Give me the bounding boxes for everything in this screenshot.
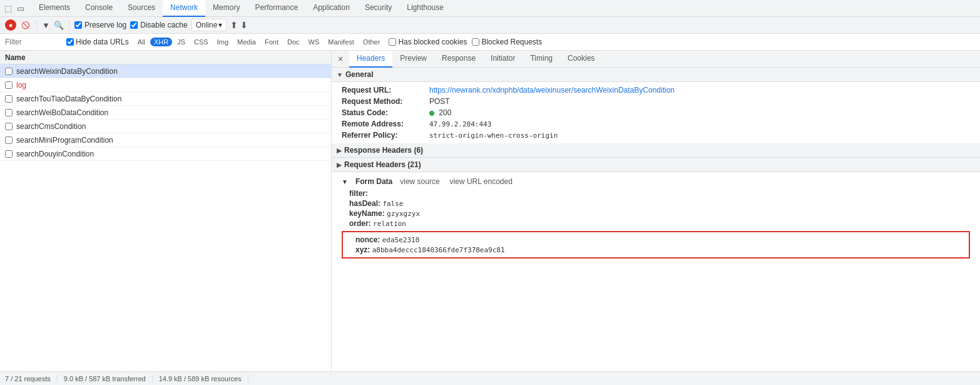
network-throttle-select[interactable]: Online ▾	[191, 19, 227, 31]
filter-tag-doc[interactable]: Doc	[283, 38, 304, 46]
filter-tag-manifest[interactable]: Manifest	[324, 38, 358, 46]
list-item[interactable]: searchCmsCondition	[0, 120, 331, 133]
blocked-requests-checkbox[interactable]	[472, 38, 479, 46]
form-field-nonce: nonce: eda5e2310	[348, 235, 964, 245]
filter-input[interactable]	[5, 38, 61, 46]
general-arrow-icon: ▼	[337, 71, 343, 78]
form-data-header[interactable]: ▼ Form Data view source view URL encoded	[342, 175, 970, 188]
tab-memory[interactable]: Memory	[205, 0, 247, 17]
form-field-keyname: keyName: gzyxgzyx	[342, 208, 970, 218]
status-code-row: Status Code: 200	[342, 107, 970, 118]
request-checkbox[interactable]	[5, 81, 13, 89]
list-item[interactable]: log	[0, 78, 331, 92]
view-url-encoded-link[interactable]: view URL encoded	[450, 177, 513, 186]
preserve-log-checkbox[interactable]	[74, 21, 82, 29]
filter-tag-xhr[interactable]: XHR	[150, 38, 172, 46]
filter-tag-img[interactable]: Img	[213, 38, 232, 46]
tab-console[interactable]: Console	[78, 0, 120, 17]
import-button[interactable]: ⬆	[230, 20, 238, 30]
list-item[interactable]: searchWeixinDataByCondition	[0, 64, 331, 78]
request-headers-section-header[interactable]: ▶ Request Headers (21)	[332, 158, 980, 172]
request-name: searchMiniProgramCondition	[16, 136, 113, 145]
tab-security[interactable]: Security	[357, 0, 399, 17]
filter-tag-all[interactable]: All	[134, 38, 149, 46]
request-name: searchTouTiaoDataByCondition	[16, 95, 121, 103]
has-blocked-cookies-checkbox[interactable]	[389, 38, 396, 46]
disable-cache-checkbox[interactable]	[130, 21, 138, 29]
preserve-log-label[interactable]: Preserve log	[74, 21, 126, 29]
request-name: searchWeixinDataByCondition	[16, 67, 118, 76]
filter-tag-other[interactable]: Other	[359, 38, 384, 46]
list-item[interactable]: searchMiniProgramCondition	[0, 133, 331, 147]
blocked-requests-label[interactable]: Blocked Requests	[472, 38, 542, 46]
request-checkbox[interactable]	[5, 123, 13, 130]
close-detail-button[interactable]: ×	[334, 53, 347, 65]
detail-tab-timing[interactable]: Timing	[523, 51, 560, 68]
detail-tab-cookies[interactable]: Cookies	[560, 51, 602, 68]
filter-icon[interactable]: ▼	[42, 21, 50, 30]
detail-tab-response[interactable]: Response	[434, 51, 483, 68]
detail-tabs: × Headers Preview Response Initiator Tim…	[332, 51, 980, 68]
requests-count: 7 / 21 requests	[5, 375, 58, 382]
response-headers-section-header[interactable]: ▶ Response Headers (6)	[332, 143, 980, 158]
request-checkbox[interactable]	[5, 95, 13, 103]
form-field-keyname-value: gzyxgzyx	[387, 210, 420, 218]
filter-tag-media[interactable]: Media	[233, 38, 260, 46]
network-toolbar: ● 🚫 ▼ 🔍 Preserve log Disable cache Onlin…	[0, 17, 980, 34]
request-method-label: Request Method:	[342, 97, 429, 106]
import-export-buttons: ⬆ ⬇	[230, 20, 248, 30]
filter-tag-ws[interactable]: WS	[305, 38, 324, 46]
request-url-value[interactable]: https://newrank.cn/xdnphb/data/weixinuse…	[429, 86, 675, 95]
request-method-row: Request Method: POST	[342, 96, 970, 107]
hide-data-urls-checkbox[interactable]	[66, 38, 74, 46]
tab-application[interactable]: Application	[305, 0, 357, 17]
list-item[interactable]: searchDouyinCondition	[0, 147, 331, 161]
tab-elements[interactable]: Elements	[31, 0, 78, 17]
clear-button[interactable]: 🚫	[20, 19, 31, 31]
request-checkbox[interactable]	[5, 150, 13, 158]
has-blocked-cookies-label[interactable]: Has blocked cookies	[389, 38, 467, 46]
detail-tab-initiator[interactable]: Initiator	[483, 51, 523, 68]
toolbar-divider-2	[69, 20, 69, 30]
device-icon[interactable]: ▭	[15, 3, 26, 14]
filter-tag-js[interactable]: JS	[173, 38, 189, 46]
form-field-hasdeal: hasDeal: false	[342, 198, 970, 208]
detail-tab-headers[interactable]: Headers	[349, 51, 392, 68]
request-name: searchWeiBoDataCondition	[16, 108, 108, 117]
request-url-row: Request URL: https://newrank.cn/xdnphb/d…	[342, 85, 970, 96]
devtools-icons: ⬚ ▭	[3, 3, 31, 14]
export-button[interactable]: ⬇	[240, 20, 248, 30]
filter-type-tags: All XHR JS CSS Img Media Font Doc WS Man…	[134, 38, 384, 46]
inspect-icon[interactable]: ⬚	[3, 3, 14, 14]
referrer-policy-value: strict-origin-when-cross-origin	[429, 131, 558, 140]
detail-content: ▼ General Request URL: https://newrank.c…	[332, 68, 980, 371]
list-item[interactable]: searchWeiBoDataCondition	[0, 106, 331, 120]
form-field-hasdeal-label: hasDeal:	[349, 199, 380, 208]
request-checkbox[interactable]	[5, 68, 13, 75]
record-button[interactable]: ●	[5, 19, 16, 31]
tab-performance[interactable]: Performance	[247, 0, 305, 17]
form-field-hasdeal-value: false	[382, 200, 403, 208]
tab-lighthouse[interactable]: Lighthouse	[399, 0, 451, 17]
form-field-xyz-value: a8bba4deccc1840366fde7f378ea9c81	[372, 246, 505, 254]
general-section-header[interactable]: ▼ General	[332, 68, 980, 82]
request-headers-label: Request Headers (21)	[344, 160, 421, 169]
filter-tag-css[interactable]: CSS	[190, 38, 212, 46]
detail-tab-preview[interactable]: Preview	[392, 51, 434, 68]
list-item[interactable]: searchTouTiaoDataByCondition	[0, 92, 331, 106]
status-bar: 7 / 21 requests 9.0 kB / 587 kB transfer…	[0, 371, 980, 385]
response-headers-arrow-icon: ▶	[337, 147, 342, 154]
search-icon[interactable]: 🔍	[54, 21, 64, 30]
form-data-links: view source view URL encoded	[400, 177, 513, 186]
request-checkbox[interactable]	[5, 136, 13, 144]
request-checkbox[interactable]	[5, 109, 13, 116]
hide-data-urls-label[interactable]: Hide data URLs	[66, 38, 129, 46]
disable-cache-label[interactable]: Disable cache	[130, 21, 187, 29]
tab-network[interactable]: Network	[163, 0, 205, 17]
referrer-policy-label: Referrer Policy:	[342, 131, 429, 140]
form-field-keyname-label: keyName:	[349, 209, 385, 218]
filter-tag-font[interactable]: Font	[261, 38, 282, 46]
tab-sources[interactable]: Sources	[120, 0, 163, 17]
form-data-label: Form Data	[355, 177, 392, 186]
view-source-link[interactable]: view source	[400, 177, 439, 186]
